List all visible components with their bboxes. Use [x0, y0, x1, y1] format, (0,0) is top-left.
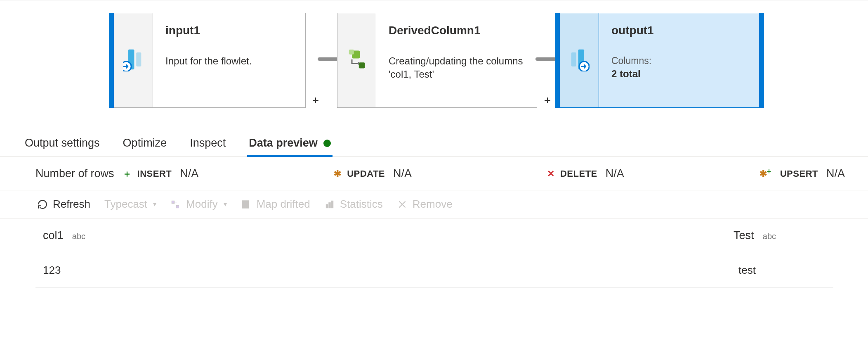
refresh-button[interactable]: Refresh [37, 198, 90, 211]
typecast-button: Typecast▾ [104, 198, 156, 211]
data-preview-table: col1 abc Test abc 123 test [35, 218, 833, 288]
node-derivedcolumn1[interactable]: DerivedColumn1 Creating/updating the col… [337, 13, 537, 108]
node-input1[interactable]: input1 Input for the flowlet. [109, 13, 306, 108]
svg-rect-13 [329, 202, 330, 208]
preview-toolbar: Refresh Typecast▾ Modify▾ Map drifted St… [0, 190, 868, 218]
asterisk-icon: ✱ [334, 168, 341, 179]
tab-output-settings[interactable]: Output settings [23, 137, 101, 157]
stat-update: ✱ UPDATE N/A [334, 167, 412, 180]
columns-total: 2 total [611, 67, 747, 81]
svg-rect-4 [349, 50, 354, 55]
column-header-test[interactable]: Test abc [726, 218, 833, 253]
svg-rect-14 [331, 201, 333, 208]
node-title: input1 [165, 24, 293, 37]
x-icon: ✕ [547, 168, 554, 179]
flowlet-output-icon [569, 47, 590, 73]
stat-delete: ✕ DELETE N/A [547, 167, 624, 180]
rows-label: Number of rows [35, 167, 114, 180]
tab-optimize[interactable]: Optimize [121, 137, 169, 157]
map-drifted-button: Map drifted [241, 198, 310, 211]
remove-button: Remove [397, 198, 453, 211]
bottom-tabs: Output settings Optimize Inspect Data pr… [0, 133, 868, 157]
svg-rect-12 [326, 204, 328, 208]
statistics-button: Statistics [324, 198, 383, 211]
upsert-icon: ✱＋ [760, 168, 774, 179]
add-transform-button[interactable]: + [541, 95, 554, 107]
svg-rect-6 [571, 52, 576, 66]
svg-rect-9 [172, 201, 175, 204]
type-badge: abc [763, 232, 776, 241]
tab-label: Data preview [249, 137, 318, 149]
row-stats: Number of rows ＋ INSERT N/A ✱ UPDATE N/A… [0, 157, 868, 190]
node-handle[interactable] [109, 13, 114, 108]
node-title: output1 [611, 24, 747, 37]
type-badge: abc [72, 232, 85, 241]
node-description: Creating/updating the columns 'col1, Tes… [389, 55, 524, 81]
node-output1[interactable]: output1 Columns: 2 total [555, 13, 764, 108]
columns-label: Columns: [611, 55, 747, 67]
plus-icon: ＋ [123, 168, 132, 180]
svg-rect-5 [359, 62, 364, 68]
dataflow-canvas[interactable]: input1 Input for the flowlet. + [0, 0, 868, 102]
derived-column-icon [347, 50, 367, 71]
status-dot-icon [323, 140, 331, 147]
table-header-row: col1 abc Test abc [35, 218, 833, 253]
tab-inspect[interactable]: Inspect [188, 137, 227, 157]
node-description: Input for the flowlet. [165, 55, 293, 68]
stat-upsert: ✱＋ UPSERT N/A [760, 167, 845, 180]
cell-col1: 123 [35, 253, 726, 288]
svg-rect-1 [136, 52, 141, 66]
node-title: DerivedColumn1 [389, 24, 524, 37]
add-transform-button[interactable]: + [309, 95, 322, 107]
node-handle[interactable] [555, 13, 560, 108]
cell-test: test [726, 253, 833, 288]
tab-data-preview[interactable]: Data preview [247, 137, 333, 157]
flowlet-input-icon [123, 47, 144, 73]
svg-rect-10 [176, 205, 179, 208]
modify-button: Modify▾ [170, 198, 227, 211]
table-row[interactable]: 123 test [35, 253, 833, 288]
stat-insert: ＋ INSERT N/A [123, 167, 199, 180]
column-header-col1[interactable]: col1 abc [35, 218, 726, 253]
